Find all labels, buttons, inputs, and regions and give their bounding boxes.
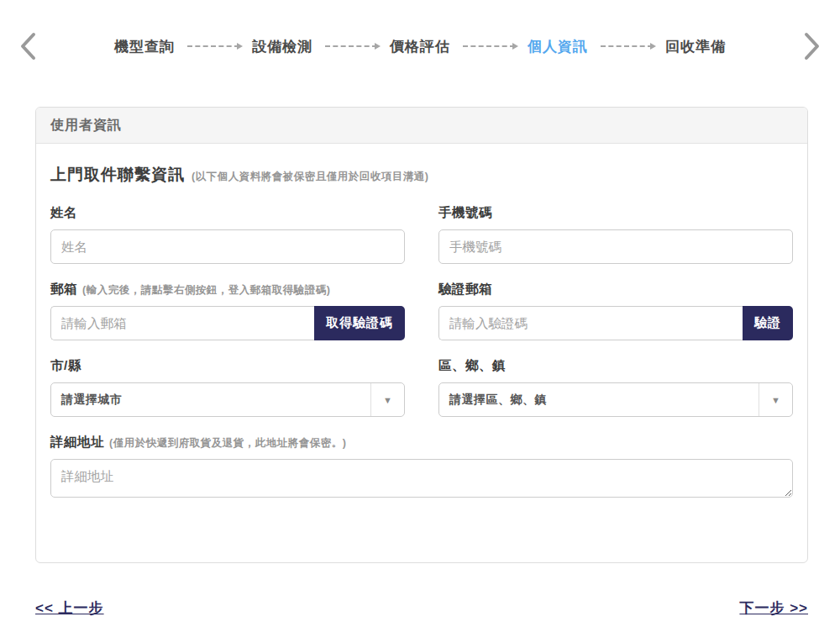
email-label: 郵箱 [50, 281, 77, 298]
address-note: (僅用於快遞到府取貨及退貨，此地址將會保密。) [109, 436, 346, 451]
next-step-link[interactable]: 下一步 >> [739, 598, 808, 618]
city-label: 市/縣 [50, 357, 81, 375]
progress-stepper: 機型查詢 設備檢測 價格評估 個人資訊 回收準備 [0, 0, 840, 67]
district-label: 區、鄉、鎮 [438, 357, 506, 375]
phone-field-group: 手機號碼 [438, 204, 793, 264]
verify-email-label: 驗證郵箱 [438, 281, 492, 298]
verify-field-group: 驗證郵箱 驗證 [438, 281, 793, 340]
address-textarea[interactable] [50, 459, 793, 498]
city-select-value: 請選擇城市 [51, 393, 370, 408]
name-input[interactable] [50, 229, 405, 264]
pickup-contact-title: 上門取件聯繫資訊 [50, 164, 185, 186]
district-select-value: 請選擇區、鄉、鎮 [439, 393, 759, 408]
city-field-group: 市/縣 請選擇城市 ▼ [50, 357, 405, 417]
chevron-left-icon[interactable] [15, 32, 40, 61]
district-select[interactable]: 請選擇區、鄉、鎮 ▼ [438, 382, 793, 417]
address-label: 詳細地址 [50, 434, 104, 451]
dashed-arrow-icon [325, 45, 377, 47]
step-model-lookup[interactable]: 機型查詢 [114, 37, 175, 56]
address-field-group: 詳細地址 (僅用於快遞到府取貨及退貨，此地址將會保密。) [50, 434, 793, 501]
dashed-arrow-icon [601, 45, 653, 47]
user-info-card: 使用者資訊 上門取件聯繫資訊 (以下個人資料將會被保密且僅用於回收項目溝通) 姓… [35, 107, 808, 563]
chevron-down-icon: ▼ [370, 383, 404, 416]
previous-step-link[interactable]: << 上一步 [35, 598, 104, 618]
name-field-group: 姓名 [50, 204, 405, 264]
step-device-check[interactable]: 設備檢測 [252, 37, 312, 56]
name-label: 姓名 [50, 204, 77, 222]
verification-code-input[interactable] [438, 306, 743, 340]
email-note: (輸入完後，請點擊右側按鈕，登入郵箱取得驗證碼) [82, 283, 330, 298]
city-select[interactable]: 請選擇城市 ▼ [50, 382, 405, 417]
step-recycle-ready[interactable]: 回收準備 [665, 37, 726, 56]
get-verification-code-button[interactable]: 取得驗證碼 [314, 306, 405, 340]
step-list: 機型查詢 設備檢測 價格評估 個人資訊 回收準備 [40, 37, 800, 56]
row-city-district: 市/縣 請選擇城市 ▼ 區、鄉、鎮 請選擇區、鄉、鎮 ▼ [50, 357, 793, 417]
card-title: 使用者資訊 [36, 108, 807, 144]
privacy-note: (以下個人資料將會被保密且僅用於回收項目溝通) [192, 170, 428, 184]
row-name-phone: 姓名 手機號碼 [50, 204, 793, 264]
phone-input[interactable] [438, 229, 793, 264]
email-field-group: 郵箱 (輸入完後，請點擊右側按鈕，登入郵箱取得驗證碼) 取得驗證碼 [50, 281, 405, 340]
dashed-arrow-icon [463, 45, 515, 47]
phone-label: 手機號碼 [438, 204, 492, 222]
verify-button[interactable]: 驗證 [743, 306, 793, 340]
footer-navigation: << 上一步 下一步 >> [35, 598, 808, 618]
row-email-verify: 郵箱 (輸入完後，請點擊右側按鈕，登入郵箱取得驗證碼) 取得驗證碼 驗證郵箱 驗… [50, 281, 793, 340]
step-price-evaluation[interactable]: 價格評估 [390, 37, 450, 56]
chevron-right-icon[interactable] [800, 32, 825, 61]
dashed-arrow-icon [187, 45, 239, 47]
chevron-down-icon: ▼ [759, 383, 792, 416]
district-field-group: 區、鄉、鎮 請選擇區、鄉、鎮 ▼ [438, 357, 793, 417]
section-title-row: 上門取件聯繫資訊 (以下個人資料將會被保密且僅用於回收項目溝通) [50, 164, 793, 186]
step-personal-info[interactable]: 個人資訊 [528, 37, 588, 56]
card-body: 上門取件聯繫資訊 (以下個人資料將會被保密且僅用於回收項目溝通) 姓名 手機號碼 [36, 144, 807, 501]
email-input[interactable] [50, 306, 314, 340]
